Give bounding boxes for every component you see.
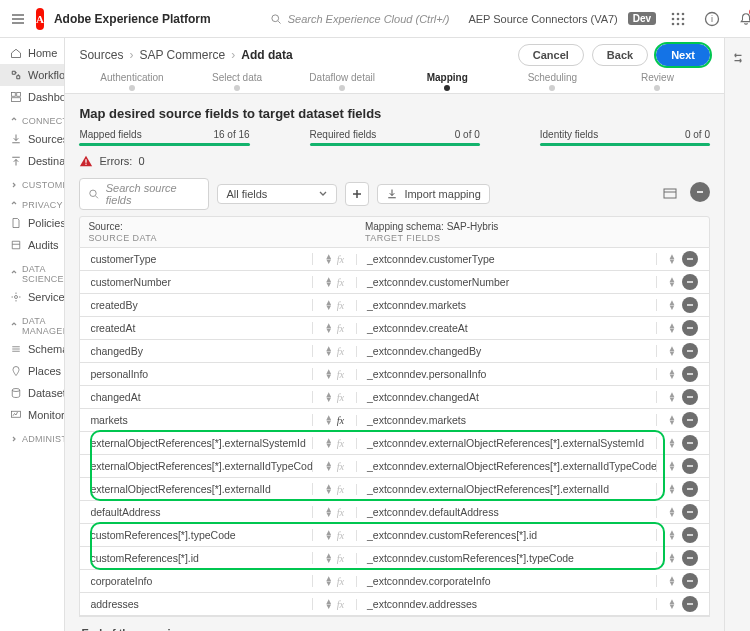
fx-button[interactable]: fx (337, 415, 345, 426)
sidebar-item-datasets[interactable]: Datasets (0, 382, 64, 404)
fx-button[interactable]: fx (337, 599, 345, 610)
fx-button[interactable]: fx (337, 438, 345, 449)
sidebar-item-workflows[interactable]: Workflows (0, 64, 64, 86)
sort-handle-icon[interactable]: ▲▼ (325, 392, 333, 402)
fx-button[interactable]: fx (337, 530, 345, 541)
breadcrumb-item[interactable]: Sources (79, 48, 123, 62)
fx-button[interactable]: fx (337, 346, 345, 357)
sort-handle-icon[interactable]: ▲▼ (325, 576, 333, 586)
global-search[interactable]: Search Experience Cloud (Ctrl+/) (261, 10, 459, 28)
source-field[interactable]: customReferences[*].id (80, 552, 313, 564)
remove-row-button[interactable] (682, 343, 698, 359)
sort-handle-icon[interactable]: ▲▼ (325, 369, 333, 379)
import-mapping-button[interactable]: Import mapping (377, 184, 489, 204)
sort-handle-icon[interactable]: ▲▼ (668, 392, 676, 402)
sidebar-item-schemas[interactable]: Schemas (0, 338, 64, 360)
sidebar-item-services[interactable]: Services (0, 286, 64, 308)
preview-button[interactable] (658, 182, 682, 206)
remove-row-button[interactable] (682, 251, 698, 267)
target-field[interactable]: _extconndev.customReferences[*].typeCode (357, 552, 657, 564)
filter-select[interactable]: All fields (217, 184, 337, 204)
sort-handle-icon[interactable]: ▲▼ (668, 415, 676, 425)
stepper-step[interactable]: Scheduling (500, 72, 605, 93)
breadcrumb-item[interactable]: SAP Commerce (139, 48, 225, 62)
remove-row-button[interactable] (682, 297, 698, 313)
notifications-icon[interactable] (734, 7, 750, 31)
sidebar-section-customer[interactable]: CUSTOMER (0, 172, 64, 192)
search-input[interactable]: Search source fields (79, 178, 209, 210)
remove-row-button[interactable] (682, 458, 698, 474)
sidebar-item-destinations[interactable]: Destinations (0, 150, 64, 172)
sort-handle-icon[interactable]: ▲▼ (325, 530, 333, 540)
source-field[interactable]: changedBy (80, 345, 313, 357)
target-field[interactable]: _extconndev.customerType (357, 253, 657, 265)
target-field[interactable]: _extconndev.externalObjectReferences[*].… (357, 483, 657, 495)
sort-handle-icon[interactable]: ▲▼ (325, 346, 333, 356)
nav-toggle[interactable] (10, 7, 26, 31)
source-field[interactable]: createdBy (80, 299, 313, 311)
fx-button[interactable]: fx (337, 277, 345, 288)
fx-button[interactable]: fx (337, 254, 345, 265)
fx-button[interactable]: fx (337, 576, 345, 587)
sort-handle-icon[interactable]: ▲▼ (325, 323, 333, 333)
fx-button[interactable]: fx (337, 300, 345, 311)
target-field[interactable]: _extconndev.createAt (357, 322, 657, 334)
source-field[interactable]: externalObjectReferences[*].externalId (80, 483, 313, 495)
remove-row-button[interactable] (682, 550, 698, 566)
source-field[interactable]: markets (80, 414, 313, 426)
target-field[interactable]: _extconndev.corporateInfo (357, 575, 657, 587)
fx-button[interactable]: fx (337, 507, 345, 518)
help-icon[interactable]: i (700, 7, 724, 31)
source-field[interactable]: createdAt (80, 322, 313, 334)
remove-row-button[interactable] (682, 389, 698, 405)
sort-handle-icon[interactable]: ▲▼ (325, 277, 333, 287)
remove-row-button[interactable] (682, 573, 698, 589)
sort-handle-icon[interactable]: ▲▼ (668, 254, 676, 264)
source-field[interactable]: personalInfo (80, 368, 313, 380)
back-button[interactable]: Back (592, 44, 648, 66)
sort-handle-icon[interactable]: ▲▼ (668, 553, 676, 563)
sort-handle-icon[interactable]: ▲▼ (325, 461, 333, 471)
remove-row-button[interactable] (682, 412, 698, 428)
source-field[interactable]: addresses (80, 598, 313, 610)
sort-handle-icon[interactable]: ▲▼ (668, 438, 676, 448)
stepper-step[interactable]: Authentication (79, 72, 184, 93)
target-field[interactable]: _extconndev.personalInfo (357, 368, 657, 380)
remove-row-button[interactable] (682, 596, 698, 612)
fx-button[interactable]: fx (337, 553, 345, 564)
sort-handle-icon[interactable]: ▲▼ (668, 576, 676, 586)
sort-handle-icon[interactable]: ▲▼ (325, 599, 333, 609)
sort-handle-icon[interactable]: ▲▼ (325, 254, 333, 264)
sidebar-section-connections[interactable]: CONNECTIONS (0, 108, 64, 128)
target-field[interactable]: _extconndev.markets (357, 414, 657, 426)
target-field[interactable]: _extconndev.customReferences[*].id (357, 529, 657, 541)
apps-icon[interactable] (666, 7, 690, 31)
sort-handle-icon[interactable]: ▲▼ (325, 438, 333, 448)
sort-handle-icon[interactable]: ▲▼ (325, 415, 333, 425)
target-field[interactable]: _extconndev.externalObjectReferences[*].… (357, 437, 657, 449)
sort-handle-icon[interactable]: ▲▼ (668, 530, 676, 540)
sort-handle-icon[interactable]: ▲▼ (668, 346, 676, 356)
sidebar-item-audits[interactable]: Audits (0, 234, 64, 256)
next-button[interactable]: Next (656, 44, 710, 66)
sort-handle-icon[interactable]: ▲▼ (325, 553, 333, 563)
source-field[interactable]: externalObjectReferences[*].externalSyst… (80, 437, 313, 449)
sort-handle-icon[interactable]: ▲▼ (668, 507, 676, 517)
fx-button[interactable]: fx (337, 461, 345, 472)
sidebar-item-monitoring[interactable]: Monitoring (0, 404, 64, 426)
source-field[interactable]: corporateInfo (80, 575, 313, 587)
sort-handle-icon[interactable]: ▲▼ (668, 599, 676, 609)
sort-handle-icon[interactable]: ▲▼ (668, 369, 676, 379)
target-field[interactable]: _extconndev.customerNumber (357, 276, 657, 288)
sidebar-section-admin[interactable]: ADMINISTRATION (0, 426, 64, 446)
sidebar-section-privacy[interactable]: PRIVACY (0, 192, 64, 212)
stepper-step[interactable]: Review (605, 72, 710, 93)
fx-button[interactable]: fx (337, 484, 345, 495)
remove-row-button[interactable] (682, 435, 698, 451)
stepper-step[interactable]: Dataflow detail (290, 72, 395, 93)
sort-handle-icon[interactable]: ▲▼ (325, 507, 333, 517)
sort-handle-icon[interactable]: ▲▼ (668, 484, 676, 494)
remove-row-button[interactable] (682, 504, 698, 520)
remove-row-button[interactable] (682, 274, 698, 290)
sidebar-item-dashboards[interactable]: Dashboards (0, 86, 64, 108)
